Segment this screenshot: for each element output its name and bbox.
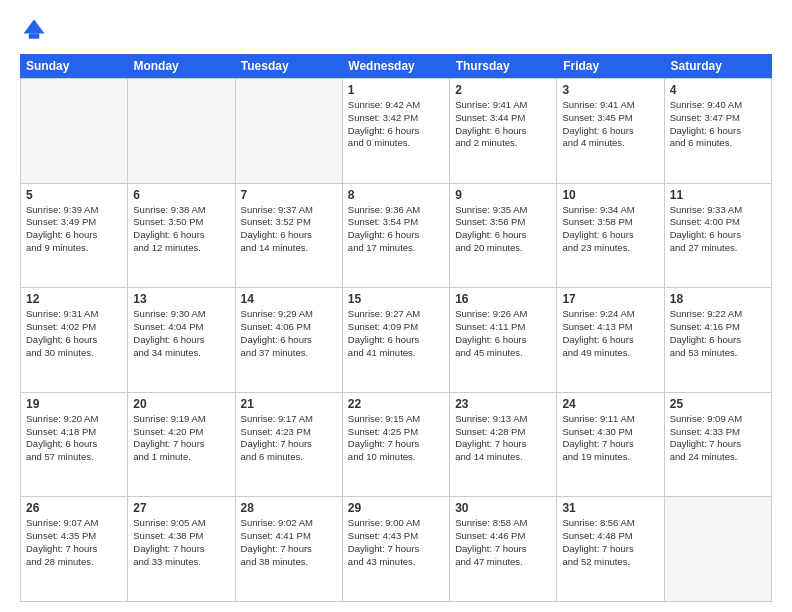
calendar-cell: 13Sunrise: 9:30 AM Sunset: 4:04 PM Dayli… — [128, 288, 235, 392]
day-info: Sunrise: 9:33 AM Sunset: 4:00 PM Dayligh… — [670, 204, 766, 255]
day-info: Sunrise: 9:39 AM Sunset: 3:49 PM Dayligh… — [26, 204, 122, 255]
day-number: 31 — [562, 501, 658, 515]
day-info: Sunrise: 9:00 AM Sunset: 4:43 PM Dayligh… — [348, 517, 444, 568]
day-number: 16 — [455, 292, 551, 306]
day-number: 25 — [670, 397, 766, 411]
calendar-cell: 24Sunrise: 9:11 AM Sunset: 4:30 PM Dayli… — [557, 393, 664, 497]
calendar-cell: 15Sunrise: 9:27 AM Sunset: 4:09 PM Dayli… — [343, 288, 450, 392]
day-info: Sunrise: 9:35 AM Sunset: 3:56 PM Dayligh… — [455, 204, 551, 255]
calendar-cell: 26Sunrise: 9:07 AM Sunset: 4:35 PM Dayli… — [21, 497, 128, 601]
day-number: 18 — [670, 292, 766, 306]
header — [20, 16, 772, 44]
weekday-header: Sunday — [20, 54, 127, 78]
calendar-row: 19Sunrise: 9:20 AM Sunset: 4:18 PM Dayli… — [20, 392, 772, 497]
day-number: 4 — [670, 83, 766, 97]
day-number: 20 — [133, 397, 229, 411]
weekday-header: Monday — [127, 54, 234, 78]
day-number: 19 — [26, 397, 122, 411]
day-number: 5 — [26, 188, 122, 202]
day-info: Sunrise: 9:19 AM Sunset: 4:20 PM Dayligh… — [133, 413, 229, 464]
calendar-cell: 18Sunrise: 9:22 AM Sunset: 4:16 PM Dayli… — [665, 288, 772, 392]
day-number: 17 — [562, 292, 658, 306]
day-info: Sunrise: 9:26 AM Sunset: 4:11 PM Dayligh… — [455, 308, 551, 359]
day-number: 8 — [348, 188, 444, 202]
day-info: Sunrise: 9:15 AM Sunset: 4:25 PM Dayligh… — [348, 413, 444, 464]
calendar-cell: 10Sunrise: 9:34 AM Sunset: 3:58 PM Dayli… — [557, 184, 664, 288]
day-info: Sunrise: 9:24 AM Sunset: 4:13 PM Dayligh… — [562, 308, 658, 359]
day-info: Sunrise: 9:29 AM Sunset: 4:06 PM Dayligh… — [241, 308, 337, 359]
weekday-header: Wednesday — [342, 54, 449, 78]
day-number: 24 — [562, 397, 658, 411]
calendar-cell: 3Sunrise: 9:41 AM Sunset: 3:45 PM Daylig… — [557, 79, 664, 183]
day-info: Sunrise: 9:20 AM Sunset: 4:18 PM Dayligh… — [26, 413, 122, 464]
calendar-row: 1Sunrise: 9:42 AM Sunset: 3:42 PM Daylig… — [20, 78, 772, 183]
weekday-header: Tuesday — [235, 54, 342, 78]
day-info: Sunrise: 9:41 AM Sunset: 3:45 PM Dayligh… — [562, 99, 658, 150]
day-info: Sunrise: 9:17 AM Sunset: 4:23 PM Dayligh… — [241, 413, 337, 464]
day-info: Sunrise: 9:22 AM Sunset: 4:16 PM Dayligh… — [670, 308, 766, 359]
calendar-body: 1Sunrise: 9:42 AM Sunset: 3:42 PM Daylig… — [20, 78, 772, 602]
calendar-cell: 1Sunrise: 9:42 AM Sunset: 3:42 PM Daylig… — [343, 79, 450, 183]
day-info: Sunrise: 8:58 AM Sunset: 4:46 PM Dayligh… — [455, 517, 551, 568]
calendar-cell — [665, 497, 772, 601]
calendar-cell: 5Sunrise: 9:39 AM Sunset: 3:49 PM Daylig… — [21, 184, 128, 288]
calendar-cell: 21Sunrise: 9:17 AM Sunset: 4:23 PM Dayli… — [236, 393, 343, 497]
day-number: 27 — [133, 501, 229, 515]
calendar-cell: 25Sunrise: 9:09 AM Sunset: 4:33 PM Dayli… — [665, 393, 772, 497]
day-info: Sunrise: 9:34 AM Sunset: 3:58 PM Dayligh… — [562, 204, 658, 255]
day-number: 11 — [670, 188, 766, 202]
day-number: 12 — [26, 292, 122, 306]
calendar-row: 26Sunrise: 9:07 AM Sunset: 4:35 PM Dayli… — [20, 496, 772, 602]
day-number: 9 — [455, 188, 551, 202]
calendar-cell: 31Sunrise: 8:56 AM Sunset: 4:48 PM Dayli… — [557, 497, 664, 601]
day-number: 23 — [455, 397, 551, 411]
day-info: Sunrise: 9:42 AM Sunset: 3:42 PM Dayligh… — [348, 99, 444, 150]
calendar-cell: 22Sunrise: 9:15 AM Sunset: 4:25 PM Dayli… — [343, 393, 450, 497]
calendar-cell: 23Sunrise: 9:13 AM Sunset: 4:28 PM Dayli… — [450, 393, 557, 497]
calendar-cell: 20Sunrise: 9:19 AM Sunset: 4:20 PM Dayli… — [128, 393, 235, 497]
calendar-cell: 6Sunrise: 9:38 AM Sunset: 3:50 PM Daylig… — [128, 184, 235, 288]
logo — [20, 16, 52, 44]
day-number: 29 — [348, 501, 444, 515]
calendar-cell: 11Sunrise: 9:33 AM Sunset: 4:00 PM Dayli… — [665, 184, 772, 288]
day-number: 15 — [348, 292, 444, 306]
calendar-cell: 4Sunrise: 9:40 AM Sunset: 3:47 PM Daylig… — [665, 79, 772, 183]
day-info: Sunrise: 9:09 AM Sunset: 4:33 PM Dayligh… — [670, 413, 766, 464]
day-info: Sunrise: 9:38 AM Sunset: 3:50 PM Dayligh… — [133, 204, 229, 255]
day-info: Sunrise: 9:31 AM Sunset: 4:02 PM Dayligh… — [26, 308, 122, 359]
calendar-cell: 19Sunrise: 9:20 AM Sunset: 4:18 PM Dayli… — [21, 393, 128, 497]
day-number: 28 — [241, 501, 337, 515]
day-info: Sunrise: 8:56 AM Sunset: 4:48 PM Dayligh… — [562, 517, 658, 568]
day-number: 2 — [455, 83, 551, 97]
day-info: Sunrise: 9:40 AM Sunset: 3:47 PM Dayligh… — [670, 99, 766, 150]
calendar-row: 5Sunrise: 9:39 AM Sunset: 3:49 PM Daylig… — [20, 183, 772, 288]
day-info: Sunrise: 9:02 AM Sunset: 4:41 PM Dayligh… — [241, 517, 337, 568]
day-number: 21 — [241, 397, 337, 411]
svg-rect-1 — [29, 34, 40, 39]
day-info: Sunrise: 9:11 AM Sunset: 4:30 PM Dayligh… — [562, 413, 658, 464]
day-number: 14 — [241, 292, 337, 306]
calendar-cell: 16Sunrise: 9:26 AM Sunset: 4:11 PM Dayli… — [450, 288, 557, 392]
calendar-cell: 2Sunrise: 9:41 AM Sunset: 3:44 PM Daylig… — [450, 79, 557, 183]
weekday-header: Saturday — [665, 54, 772, 78]
day-number: 30 — [455, 501, 551, 515]
day-info: Sunrise: 9:05 AM Sunset: 4:38 PM Dayligh… — [133, 517, 229, 568]
day-info: Sunrise: 9:36 AM Sunset: 3:54 PM Dayligh… — [348, 204, 444, 255]
calendar-cell — [21, 79, 128, 183]
calendar-cell — [128, 79, 235, 183]
calendar-row: 12Sunrise: 9:31 AM Sunset: 4:02 PM Dayli… — [20, 287, 772, 392]
calendar-cell: 17Sunrise: 9:24 AM Sunset: 4:13 PM Dayli… — [557, 288, 664, 392]
page: SundayMondayTuesdayWednesdayThursdayFrid… — [0, 0, 792, 612]
calendar-cell: 12Sunrise: 9:31 AM Sunset: 4:02 PM Dayli… — [21, 288, 128, 392]
day-info: Sunrise: 9:37 AM Sunset: 3:52 PM Dayligh… — [241, 204, 337, 255]
day-info: Sunrise: 9:27 AM Sunset: 4:09 PM Dayligh… — [348, 308, 444, 359]
calendar-cell: 9Sunrise: 9:35 AM Sunset: 3:56 PM Daylig… — [450, 184, 557, 288]
day-info: Sunrise: 9:30 AM Sunset: 4:04 PM Dayligh… — [133, 308, 229, 359]
svg-marker-0 — [24, 20, 45, 34]
calendar-cell: 29Sunrise: 9:00 AM Sunset: 4:43 PM Dayli… — [343, 497, 450, 601]
day-number: 26 — [26, 501, 122, 515]
weekday-header: Thursday — [450, 54, 557, 78]
day-number: 22 — [348, 397, 444, 411]
day-info: Sunrise: 9:07 AM Sunset: 4:35 PM Dayligh… — [26, 517, 122, 568]
calendar-cell: 28Sunrise: 9:02 AM Sunset: 4:41 PM Dayli… — [236, 497, 343, 601]
